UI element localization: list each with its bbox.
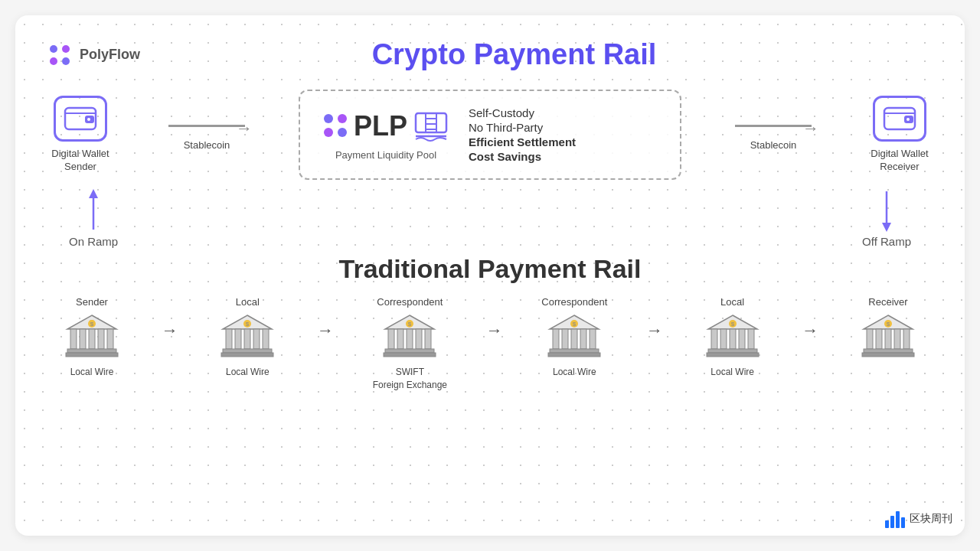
logo-text: PolyFlow — [80, 47, 140, 63]
svg-rect-52 — [407, 329, 413, 349]
svg-rect-62 — [571, 329, 577, 349]
watermark-bars-icon — [885, 510, 905, 528]
svg-rect-70 — [711, 329, 717, 349]
header: PolyFlow Crypto Payment Rail — [46, 38, 934, 71]
pool-icon — [412, 109, 450, 143]
feature-no-third-party: No Third-Party — [469, 121, 576, 134]
arrow-4: → — [646, 321, 663, 341]
svg-text:$: $ — [408, 321, 412, 328]
bank-block-sender: Sender $ Local Wire — [61, 296, 122, 379]
receiver-wallet-icon — [883, 103, 916, 134]
svg-point-10 — [324, 128, 333, 137]
svg-point-1 — [62, 45, 70, 53]
wm-bar-3 — [896, 511, 900, 528]
bank-icon-correspondent2: $ — [547, 312, 602, 361]
svg-rect-34 — [67, 349, 116, 353]
plp-features: Self-Custody No Third-Party Efficient Se… — [469, 106, 576, 163]
svg-point-11 — [338, 128, 347, 137]
svg-rect-46 — [221, 353, 273, 357]
svg-point-21 — [906, 118, 910, 121]
svg-rect-35 — [66, 353, 118, 357]
sender-wallet-label: Digital WalletSender — [51, 148, 109, 174]
svg-rect-66 — [548, 353, 600, 357]
svg-rect-41 — [235, 329, 241, 349]
bank-label-local1-bottom: Local Wire — [226, 366, 270, 379]
bank-block-local2: Local $ Local Wire — [702, 296, 763, 379]
bank-label-local2-bottom: Local Wire — [710, 366, 754, 379]
bank-label-receiver-top: Receiver — [868, 296, 907, 308]
arrow-5: → — [802, 321, 818, 341]
stablecoin-right-label: Stablecoin — [750, 139, 797, 151]
bank-label-local1-top: Local — [236, 296, 260, 308]
svg-rect-75 — [708, 349, 757, 353]
bank-icon-local1: $ — [220, 312, 275, 361]
bank-block-correspondent2: Correspondent $ Local Wire — [541, 296, 607, 379]
svg-rect-65 — [550, 349, 599, 353]
svg-point-0 — [50, 45, 57, 53]
svg-rect-51 — [397, 329, 403, 349]
feature-efficient-settlement: Efficient Settlement — [469, 135, 576, 148]
main-container: PolyFlow Crypto Payment Rail Digital Wal… — [15, 15, 965, 536]
svg-rect-33 — [107, 329, 113, 349]
svg-rect-40 — [226, 329, 232, 349]
bank-icon-sender: $ — [64, 312, 119, 361]
traditional-rail-title: Traditional Payment Rail — [46, 254, 934, 284]
svg-rect-84 — [903, 329, 910, 349]
svg-rect-60 — [553, 329, 559, 349]
bank-label-sender-top: Sender — [76, 296, 108, 308]
svg-rect-43 — [253, 329, 260, 349]
svg-rect-74 — [748, 329, 754, 349]
svg-rect-50 — [388, 329, 394, 349]
svg-point-6 — [87, 118, 90, 121]
bank-block-receiver: Receiver $ — [858, 296, 919, 366]
bank-block-correspondent1: Correspondent $ SWIFTForeign Exchange — [373, 296, 447, 392]
svg-rect-32 — [98, 329, 104, 349]
svg-rect-61 — [562, 329, 568, 349]
bank-label-local2-top: Local — [720, 296, 744, 308]
on-ramp-arrow — [84, 187, 103, 233]
bank-icon-local2: $ — [705, 312, 760, 361]
stablecoin-left-label: Stablecoin — [184, 139, 230, 151]
bank-icon-receiver: $ — [861, 312, 916, 361]
svg-rect-53 — [416, 329, 422, 349]
svg-rect-31 — [89, 329, 95, 349]
off-ramp-arrow — [877, 187, 896, 233]
wm-bar-2 — [890, 516, 894, 528]
svg-rect-45 — [223, 349, 272, 353]
svg-rect-29 — [70, 329, 77, 349]
svg-rect-86 — [862, 353, 914, 357]
logo: PolyFlow — [46, 41, 140, 69]
receiver-wallet-icon-box — [873, 96, 926, 142]
svg-rect-76 — [707, 353, 759, 357]
svg-rect-85 — [864, 349, 913, 353]
wm-bar-4 — [901, 517, 905, 528]
receiver-wallet-label: Digital WalletReceiver — [871, 148, 928, 174]
receiver-wallet-block: Digital WalletReceiver — [865, 96, 934, 174]
wm-bar-1 — [885, 520, 889, 528]
svg-rect-30 — [80, 329, 86, 349]
bank-block-local1: Local $ Local Wire — [217, 296, 278, 379]
svg-rect-63 — [580, 329, 586, 349]
svg-text:$: $ — [246, 321, 250, 328]
svg-point-8 — [324, 114, 333, 123]
svg-text:$: $ — [90, 321, 94, 328]
plp-icons-row: PLP — [322, 109, 450, 143]
svg-rect-80 — [867, 329, 873, 349]
traditional-rail: Sender $ Local Wire → Local — [46, 296, 934, 392]
bank-label-correspondent2-bottom: Local Wire — [553, 366, 596, 379]
svg-rect-83 — [894, 329, 900, 349]
crypto-rail: Digital WalletSender → Stablecoin — [46, 90, 934, 180]
feature-self-custody: Self-Custody — [469, 106, 576, 119]
svg-text:$: $ — [887, 321, 890, 328]
bank-label-correspondent1-top: Correspondent — [377, 296, 443, 308]
sender-wallet-block: Digital WalletSender — [46, 96, 115, 174]
plp-text: PLP — [354, 110, 407, 142]
feature-cost-savings: Cost Savings — [469, 150, 576, 163]
plp-logo-area: PLP Payment Liquidity Pool — [322, 109, 450, 161]
svg-point-9 — [338, 114, 347, 123]
svg-marker-26 — [882, 223, 891, 232]
sender-wallet-icon-box — [54, 96, 107, 142]
svg-rect-42 — [244, 329, 250, 349]
svg-text:$: $ — [730, 321, 734, 328]
on-ramp-label: On Ramp — [69, 235, 118, 248]
